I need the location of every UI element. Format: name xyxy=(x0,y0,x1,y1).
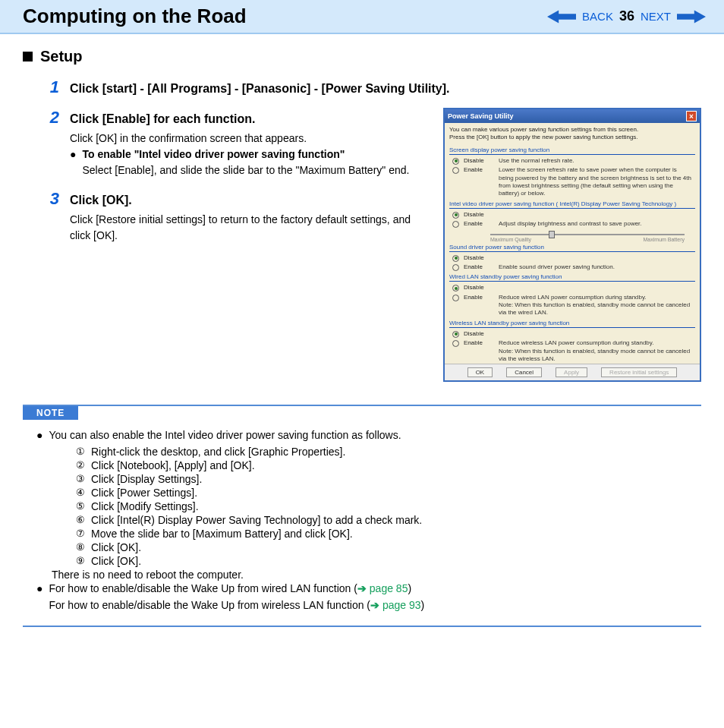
arrow-right-icon: ➔ xyxy=(370,599,379,611)
arrow-right-icon: ➔ xyxy=(357,582,367,594)
note-box: NOTE ● You can also enable the Intel vid… xyxy=(23,405,701,627)
radio-icon[interactable] xyxy=(452,331,459,338)
note-text: For how to enable/disable the Wake Up fr… xyxy=(49,581,424,613)
circled-number-icon: ② xyxy=(76,459,85,471)
option-desc-line: Note: When this function is enabled, sta… xyxy=(499,348,690,362)
radio-label: Disable xyxy=(464,330,494,338)
note-step: Click [OK]. xyxy=(91,555,141,567)
group-title: Wireless LAN standby power saving functi… xyxy=(449,320,695,328)
radio-label: Disable xyxy=(464,284,494,292)
dialog-screenshot: Power Saving Utility × You can make vari… xyxy=(443,108,701,382)
page-number: 36 xyxy=(619,8,634,24)
nav-controls: BACK 36 NEXT xyxy=(547,8,706,24)
dialog-title: Power Saving Utility xyxy=(448,112,686,120)
back-link[interactable]: BACK xyxy=(582,10,613,23)
dialog-intro: You can make various power saving functi… xyxy=(445,123,700,145)
header-bar: Computing on the Road BACK 36 NEXT xyxy=(0,0,724,34)
cancel-button[interactable]: Cancel xyxy=(506,367,542,377)
note-text: There is no need to reboot the computer. xyxy=(52,569,694,581)
radio-label: Enable xyxy=(464,339,494,363)
dialog-intro-line: Press the [OK] button to apply the new p… xyxy=(449,134,695,141)
note-step: Right-click the desktop, and click [Grap… xyxy=(91,446,345,458)
bullet-icon: ● xyxy=(70,147,76,178)
option-desc: Lower the screen refresh rate to save po… xyxy=(499,166,692,198)
step-title: Click [OK]. xyxy=(70,194,132,207)
circled-number-icon: ③ xyxy=(76,473,85,484)
close-icon[interactable]: × xyxy=(686,111,697,121)
radio-label: Enable xyxy=(464,220,494,228)
step-number: 3 xyxy=(44,189,59,209)
radio-icon[interactable] xyxy=(452,212,459,219)
page-link[interactable]: page 85 xyxy=(367,582,408,594)
radio-label: Disable xyxy=(464,254,494,262)
page-link[interactable]: page 93 xyxy=(379,599,421,611)
dialog-intro-line: You can make various power saving functi… xyxy=(449,126,695,134)
note-text-fragment: For how to enable/disable the Wake Up fr… xyxy=(49,599,370,611)
note-text-fragment: ) xyxy=(421,599,425,611)
step-title: Click [start] - [All Programs] - [Panaso… xyxy=(70,82,450,96)
radio-label: Enable xyxy=(464,263,494,271)
bullet-icon: ● xyxy=(36,427,42,444)
slider-thumb-icon[interactable] xyxy=(549,231,555,238)
note-text: You can also enable the Intel video driv… xyxy=(49,427,401,444)
group-title: Wired LAN standby power saving function xyxy=(449,273,695,282)
svg-marker-1 xyxy=(677,10,706,23)
content-area: Setup 1 Click [start] - [All Programs] -… xyxy=(0,34,724,657)
step-title: Click [Enable] for each function. xyxy=(70,112,255,126)
circled-number-icon: ⑤ xyxy=(76,500,85,512)
slider[interactable]: Maximum QualityMaximum Battery xyxy=(490,234,685,242)
group-title: Sound driver power saving function xyxy=(449,244,695,252)
note-text-fragment: For how to enable/disable the Wake Up fr… xyxy=(49,582,357,594)
note-text-fragment: ) xyxy=(408,582,411,594)
option-desc: Reduce wireless LAN power consumption du… xyxy=(499,339,692,363)
step-text: Click [OK] in the confirmation screen th… xyxy=(70,131,433,147)
note-label: NOTE xyxy=(23,406,78,420)
option-desc: Use the normal refresh rate. xyxy=(499,157,692,165)
circled-number-icon: ④ xyxy=(76,487,85,498)
option-desc-line: Reduce wired LAN power consumption durin… xyxy=(499,294,647,301)
dialog-button-row: OK Cancel Apply Restore initial settings xyxy=(445,364,700,380)
radio-icon[interactable] xyxy=(452,264,459,271)
step-2: 2 Click [Enable] for each function. Clic… xyxy=(23,108,433,178)
option-desc-line: Reduce wireless LAN power consumption du… xyxy=(499,339,653,346)
circled-number-icon: ⑧ xyxy=(76,541,85,553)
note-step: Click [Modify Settings]. xyxy=(91,500,199,512)
next-arrow-icon[interactable] xyxy=(677,10,706,24)
next-link[interactable]: NEXT xyxy=(641,10,671,23)
page-title: Computing on the Road xyxy=(23,5,547,28)
step-text: Select [Enable], and slide the slide bar… xyxy=(82,162,409,178)
restore-button[interactable]: Restore initial settings xyxy=(601,367,677,377)
bullet-icon: ● xyxy=(36,581,42,613)
step-number: 1 xyxy=(44,77,59,97)
ok-button[interactable]: OK xyxy=(467,367,493,377)
radio-icon[interactable] xyxy=(452,167,459,174)
radio-label: Enable xyxy=(464,166,494,198)
note-step: Click [Intel(R) Display Power Saving Tec… xyxy=(91,514,422,526)
slider-label-right: Maximum Battery xyxy=(644,237,685,242)
back-arrow-icon[interactable] xyxy=(547,10,576,24)
svg-marker-0 xyxy=(547,10,576,23)
note-step: Click [OK]. xyxy=(91,541,141,553)
slider-label-left: Maximum Quality xyxy=(490,237,531,242)
section-title: Setup xyxy=(40,48,83,65)
radio-icon[interactable] xyxy=(452,285,459,292)
option-desc: Reduce wired LAN power consumption durin… xyxy=(499,294,692,317)
apply-button[interactable]: Apply xyxy=(556,367,587,377)
group-title: Intel video driver power saving function… xyxy=(449,200,695,209)
circled-number-icon: ⑥ xyxy=(76,514,85,525)
step-3: 3 Click [OK]. Click [Restore initial set… xyxy=(23,189,433,244)
step-1: 1 Click [start] - [All Programs] - [Pana… xyxy=(23,77,701,97)
radio-label: Disable xyxy=(464,157,494,165)
circled-number-icon: ⑨ xyxy=(76,555,85,566)
radio-icon[interactable] xyxy=(452,340,459,347)
section-heading: Setup xyxy=(23,48,701,65)
option-desc: Enable sound driver power saving functio… xyxy=(499,263,692,271)
dialog-titlebar: Power Saving Utility × xyxy=(445,109,700,123)
step-subtitle: To enable "Intel video driver power savi… xyxy=(82,148,345,160)
radio-icon[interactable] xyxy=(452,158,459,165)
radio-icon[interactable] xyxy=(452,221,459,228)
note-step: Move the slide bar to [Maximum Battery] … xyxy=(91,528,353,540)
note-step: Click [Display Settings]. xyxy=(91,473,202,485)
radio-icon[interactable] xyxy=(452,255,459,262)
radio-icon[interactable] xyxy=(452,295,459,301)
